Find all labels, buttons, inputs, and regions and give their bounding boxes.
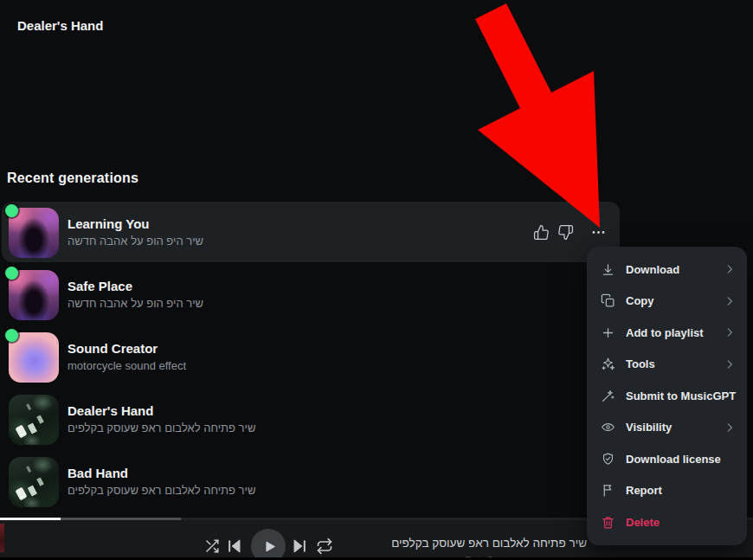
chevron-right-icon bbox=[724, 295, 736, 307]
track-subtitle: שיר היפ הופ על אהבה חדשה bbox=[68, 235, 203, 248]
menu-item-download[interactable]: Download bbox=[587, 254, 747, 286]
copy-icon bbox=[601, 293, 615, 308]
menu-item-add-to-playlist[interactable]: Add to playlist bbox=[587, 317, 747, 349]
track-subtitle: שיר פתיחה לאלבום ראפ שעוסק בקלפים bbox=[68, 422, 255, 434]
menu-item-copy[interactable]: Copy bbox=[587, 286, 747, 318]
download-icon bbox=[601, 262, 615, 277]
chevron-right-icon bbox=[724, 326, 736, 338]
flag-icon bbox=[601, 483, 615, 498]
now-playing-description: שיר פתיחה לאלבום ראפ שעוסק בקלפים bbox=[370, 537, 587, 550]
album-art bbox=[9, 208, 59, 258]
progress-played bbox=[0, 518, 61, 520]
track-title: Bad Hand bbox=[68, 466, 128, 480]
menu-item-download-license[interactable]: Download license bbox=[587, 443, 747, 475]
new-indicator-dot bbox=[5, 267, 18, 280]
sparkles-icon bbox=[601, 357, 615, 371]
now-playing-art bbox=[0, 524, 4, 552]
track-title: Safe Place bbox=[68, 279, 132, 293]
chevron-right-icon bbox=[724, 422, 736, 434]
track-title: Dealer's Hand bbox=[68, 403, 153, 418]
wand-icon bbox=[601, 389, 615, 403]
menu-item-report[interactable]: Report bbox=[587, 475, 747, 507]
more-options-button[interactable] bbox=[589, 224, 608, 241]
album-art bbox=[9, 332, 59, 383]
shield-check-icon bbox=[601, 452, 615, 467]
musicgpt-app: Recent generations Learning You שיר היפ … bbox=[0, 0, 753, 560]
track-actions bbox=[533, 224, 608, 241]
next-track-button[interactable] bbox=[291, 537, 308, 555]
album-art bbox=[9, 270, 59, 320]
previous-track-button[interactable] bbox=[226, 537, 243, 555]
context-menu: Download Copy Add to playlist Tools Subm… bbox=[587, 247, 747, 545]
thumbs-down-icon[interactable] bbox=[557, 224, 574, 241]
track-title: Sound Creator bbox=[68, 341, 158, 356]
menu-item-visibility[interactable]: Visibility bbox=[587, 412, 747, 444]
album-art bbox=[9, 457, 59, 507]
track-title: Learning You bbox=[68, 216, 149, 231]
now-playing-title: Dealer's Hand bbox=[17, 18, 103, 33]
eye-icon bbox=[601, 420, 615, 434]
new-indicator-dot bbox=[5, 204, 18, 217]
chevron-right-icon bbox=[724, 358, 736, 370]
red-arrow bbox=[475, 3, 600, 228]
play-button[interactable] bbox=[251, 529, 286, 560]
track-subtitle: שיר פתיחה לאלבום ראפ שעוסק בקלפים bbox=[68, 484, 255, 497]
chevron-right-icon bbox=[724, 263, 736, 275]
album-art bbox=[9, 395, 59, 445]
track-subtitle: motorcycle sound effect bbox=[68, 359, 186, 372]
plus-icon bbox=[601, 325, 615, 340]
menu-item-tools[interactable]: Tools bbox=[587, 349, 747, 381]
track-subtitle: שיר היפ הופ על אהבה חדשה bbox=[68, 297, 203, 310]
new-indicator-dot bbox=[5, 329, 18, 342]
page-title: Recent generations bbox=[7, 171, 138, 186]
thumbs-up-icon[interactable] bbox=[533, 224, 550, 241]
menu-item-submit-to-musicgpt[interactable]: Submit to MusicGPT bbox=[587, 380, 747, 412]
menu-item-delete[interactable]: Delete bbox=[587, 506, 747, 538]
play-icon bbox=[262, 539, 277, 554]
shuffle-button[interactable] bbox=[204, 538, 220, 554]
trash-icon bbox=[601, 515, 615, 530]
repeat-button[interactable] bbox=[316, 537, 333, 555]
